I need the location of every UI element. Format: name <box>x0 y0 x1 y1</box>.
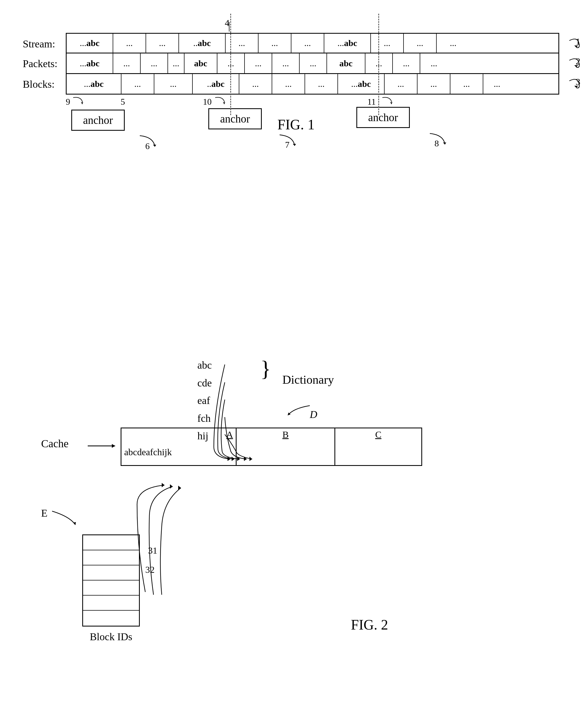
blocks-cell-6: ... <box>272 74 305 94</box>
svg-marker-16 <box>249 457 252 461</box>
packets-label: Packets: <box>23 57 57 70</box>
stream-row: Stream: ... abc ... ... .. abc ... ... .… <box>66 33 559 53</box>
packets-cell-9: ... <box>300 53 327 73</box>
packets-cell-3: ... <box>141 53 168 73</box>
stream-cell-2: ... <box>113 34 146 53</box>
packets-cell-12: ... <box>393 53 420 73</box>
packets-cell-1: ... abc <box>67 53 113 73</box>
e-label: E <box>41 507 47 519</box>
block-ids-label: Block IDs <box>82 631 140 643</box>
packets-cell-10: abc <box>327 53 365 73</box>
fig2-inner: abc cde eaf fch hij } Dictionary D Cache <box>36 302 556 671</box>
blocks-label: Blocks: <box>23 78 54 90</box>
blocks-cell-10: ... <box>418 74 450 94</box>
packets-cell-8: ... <box>272 53 300 73</box>
packets-cell-11: ... <box>365 53 393 73</box>
stream-cell-8: ... abc <box>324 34 371 53</box>
ref-5: 5 <box>121 97 125 107</box>
fig2-label: FIG. 2 <box>351 617 388 633</box>
stream-label: Stream: <box>23 38 55 50</box>
blocks-cell-8: ...abc <box>338 74 385 94</box>
svg-marker-19 <box>170 484 173 489</box>
svg-marker-2 <box>574 86 578 88</box>
stream-cell-11: ... <box>437 34 470 53</box>
fig1-container: 4 Stream: ... abc ... ... .. abc ... ...… <box>22 16 570 133</box>
svg-marker-13 <box>232 457 234 461</box>
fig2-container: abc cde eaf fch hij } Dictionary D Cache <box>22 302 570 671</box>
ref-10: 10 <box>203 97 211 107</box>
svg-marker-6 <box>153 145 156 147</box>
svg-marker-1 <box>574 65 578 67</box>
blocks-cell-9: ... <box>385 74 418 94</box>
blocks-cell-4: .. abc <box>193 74 239 94</box>
blocks-cell-12: ... <box>483 74 511 94</box>
cache-content: abcdeafchijk <box>124 447 172 458</box>
anchor-box-3: anchor <box>356 107 410 128</box>
stream-cell-10: ... <box>404 34 437 53</box>
svg-marker-11 <box>112 444 115 448</box>
anchor-box-2: anchor <box>208 108 262 129</box>
blocks-cell-11: ... <box>450 74 483 94</box>
blocks-cell-1: ... abc <box>67 74 121 94</box>
stream-cell-9: ... <box>371 34 404 53</box>
stream-cell-6: ... <box>259 34 291 53</box>
stream-diagram: 4 Stream: ... abc ... ... .. abc ... ...… <box>66 33 570 94</box>
packets-row: Packets: ... abc ... ... ... abc ... ...… <box>66 53 559 74</box>
svg-marker-7 <box>293 144 296 146</box>
packets-cell-7: ... <box>245 53 272 73</box>
stream-cell-3: ... <box>146 34 179 53</box>
anchor-box-1: anchor <box>71 110 125 131</box>
packets-cell-2: ... <box>113 53 141 73</box>
svg-marker-18 <box>162 483 164 487</box>
packets-cell-6: ... <box>218 53 245 73</box>
blocks-row: Blocks: ... abc ... ... .. abc ... ... .… <box>66 74 559 94</box>
blocks-cell-2: ... <box>121 74 154 94</box>
packets-cell-4: ... <box>168 53 185 73</box>
stream-cell-7: ... <box>291 34 324 53</box>
svg-marker-0 <box>574 45 578 47</box>
svg-marker-8 <box>443 143 446 145</box>
cache-label: Cache <box>41 437 69 450</box>
stream-cell-4: .. abc <box>179 34 226 53</box>
blocks-cell-3: ... <box>154 74 193 94</box>
blocks-cell-7: ... <box>305 74 338 94</box>
ref-11: 11 <box>367 97 376 107</box>
section-c-label: C <box>375 429 382 440</box>
dict-label-text: Dictionary <box>282 373 334 387</box>
stream-cell-1: ... abc <box>67 34 113 53</box>
packets-cell-5: abc <box>185 53 218 73</box>
blocks-cell-5: ... <box>239 74 272 94</box>
packets-cell-13: ... <box>420 53 448 73</box>
ref-9: 9 <box>66 97 70 107</box>
